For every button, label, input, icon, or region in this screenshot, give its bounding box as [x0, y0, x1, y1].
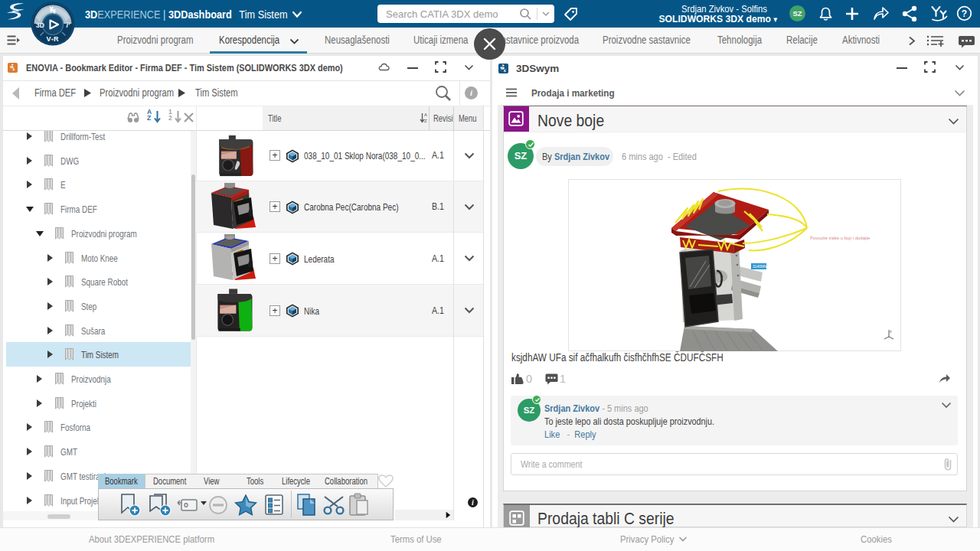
svg-text:3D: 3D	[36, 21, 44, 29]
svg-text:3140MM: 3140MM	[753, 264, 767, 269]
svg-text:iʼ: iʼ	[67, 21, 70, 29]
svg-text:Povucite trake u boji i dodajt: Povucite trake u boji i dodajte	[810, 236, 871, 240]
svg-text:A: A	[424, 112, 427, 117]
svg-text:z: z	[890, 329, 892, 334]
svg-text:?: ?	[962, 8, 967, 19]
svg-text:Z: Z	[424, 119, 427, 123]
